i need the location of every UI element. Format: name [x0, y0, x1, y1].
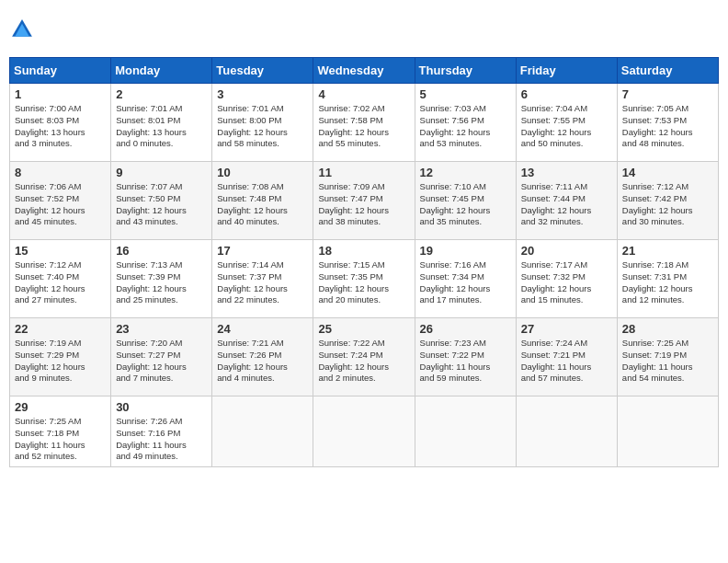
calendar-day-cell: 3Sunrise: 7:01 AMSunset: 8:00 PMDaylight…	[212, 84, 313, 162]
day-detail: Sunrise: 7:01 AMSunset: 8:00 PMDaylight:…	[217, 103, 308, 150]
day-number: 20	[521, 244, 612, 258]
calendar-day-cell: 25Sunrise: 7:22 AMSunset: 7:24 PMDayligh…	[313, 318, 415, 396]
calendar-day-cell: 17Sunrise: 7:14 AMSunset: 7:37 PMDayligh…	[212, 240, 313, 318]
calendar-day-cell	[516, 396, 617, 467]
day-number: 30	[116, 400, 207, 414]
calendar-day-cell: 12Sunrise: 7:10 AMSunset: 7:45 PMDayligh…	[415, 162, 516, 240]
day-number: 29	[15, 400, 106, 414]
calendar-day-cell: 21Sunrise: 7:18 AMSunset: 7:31 PMDayligh…	[617, 240, 718, 318]
day-number: 1	[15, 87, 106, 101]
day-detail: Sunrise: 7:04 AMSunset: 7:55 PMDaylight:…	[521, 103, 612, 150]
calendar-page: SundayMondayTuesdayWednesdayThursdayFrid…	[9, 9, 719, 467]
day-number: 6	[521, 87, 612, 101]
calendar-day-cell: 6Sunrise: 7:04 AMSunset: 7:55 PMDaylight…	[516, 84, 617, 162]
day-number: 8	[15, 166, 106, 179]
day-number: 25	[318, 322, 409, 336]
calendar-day-cell: 20Sunrise: 7:17 AMSunset: 7:32 PMDayligh…	[516, 240, 617, 318]
calendar-day-cell: 11Sunrise: 7:09 AMSunset: 7:47 PMDayligh…	[313, 162, 415, 240]
day-number: 3	[217, 87, 308, 101]
day-number: 5	[420, 87, 511, 101]
calendar-week-row: 1Sunrise: 7:00 AMSunset: 8:03 PMDaylight…	[10, 84, 719, 162]
day-number: 9	[116, 166, 207, 179]
day-detail: Sunrise: 7:08 AMSunset: 7:48 PMDaylight:…	[217, 181, 308, 228]
calendar-day-cell	[617, 396, 718, 467]
day-detail: Sunrise: 7:03 AMSunset: 7:56 PMDaylight:…	[420, 103, 511, 150]
calendar-day-cell	[313, 396, 415, 467]
day-detail: Sunrise: 7:17 AMSunset: 7:32 PMDaylight:…	[521, 259, 612, 306]
calendar-day-cell: 29Sunrise: 7:25 AMSunset: 7:18 PMDayligh…	[10, 396, 111, 467]
day-number: 15	[15, 244, 106, 258]
calendar-day-cell: 16Sunrise: 7:13 AMSunset: 7:39 PMDayligh…	[111, 240, 212, 318]
day-number: 23	[116, 322, 207, 336]
day-detail: Sunrise: 7:05 AMSunset: 7:53 PMDaylight:…	[622, 103, 713, 150]
day-detail: Sunrise: 7:13 AMSunset: 7:39 PMDaylight:…	[116, 259, 207, 306]
day-number: 28	[622, 322, 713, 336]
day-detail: Sunrise: 7:18 AMSunset: 7:31 PMDaylight:…	[622, 259, 713, 306]
weekday-header: Friday	[516, 58, 617, 84]
calendar-day-cell: 23Sunrise: 7:20 AMSunset: 7:27 PMDayligh…	[111, 318, 212, 396]
day-detail: Sunrise: 7:14 AMSunset: 7:37 PMDaylight:…	[217, 259, 308, 306]
day-number: 26	[420, 322, 511, 336]
calendar-day-cell: 10Sunrise: 7:08 AMSunset: 7:48 PMDayligh…	[212, 162, 313, 240]
day-detail: Sunrise: 7:25 AMSunset: 7:18 PMDaylight:…	[15, 416, 106, 463]
day-detail: Sunrise: 7:10 AMSunset: 7:45 PMDaylight:…	[420, 181, 511, 228]
day-number: 18	[318, 244, 409, 258]
day-detail: Sunrise: 7:11 AMSunset: 7:44 PMDaylight:…	[521, 181, 612, 228]
calendar-day-cell: 13Sunrise: 7:11 AMSunset: 7:44 PMDayligh…	[516, 162, 617, 240]
weekday-header-row: SundayMondayTuesdayWednesdayThursdayFrid…	[10, 58, 719, 84]
day-detail: Sunrise: 7:23 AMSunset: 7:22 PMDaylight:…	[420, 338, 511, 385]
day-number: 17	[217, 244, 308, 258]
day-number: 16	[116, 244, 207, 258]
calendar-day-cell	[212, 396, 313, 467]
weekday-header: Monday	[111, 58, 212, 84]
day-detail: Sunrise: 7:12 AMSunset: 7:40 PMDaylight:…	[15, 259, 106, 306]
calendar-table: SundayMondayTuesdayWednesdayThursdayFrid…	[9, 57, 719, 467]
logo-icon	[9, 17, 35, 42]
calendar-day-cell	[415, 396, 516, 467]
logo	[9, 17, 39, 42]
calendar-day-cell: 14Sunrise: 7:12 AMSunset: 7:42 PMDayligh…	[617, 162, 718, 240]
day-detail: Sunrise: 7:25 AMSunset: 7:19 PMDaylight:…	[622, 338, 713, 385]
day-detail: Sunrise: 7:22 AMSunset: 7:24 PMDaylight:…	[318, 338, 409, 385]
calendar-day-cell: 24Sunrise: 7:21 AMSunset: 7:26 PMDayligh…	[212, 318, 313, 396]
calendar-day-cell: 7Sunrise: 7:05 AMSunset: 7:53 PMDaylight…	[617, 84, 718, 162]
calendar-day-cell: 5Sunrise: 7:03 AMSunset: 7:56 PMDaylight…	[415, 84, 516, 162]
calendar-day-cell: 8Sunrise: 7:06 AMSunset: 7:52 PMDaylight…	[10, 162, 111, 240]
weekday-header: Sunday	[10, 58, 111, 84]
day-number: 24	[217, 322, 308, 336]
calendar-day-cell: 1Sunrise: 7:00 AMSunset: 8:03 PMDaylight…	[10, 84, 111, 162]
calendar-day-cell: 30Sunrise: 7:26 AMSunset: 7:16 PMDayligh…	[111, 396, 212, 467]
day-number: 12	[420, 166, 511, 179]
day-detail: Sunrise: 7:24 AMSunset: 7:21 PMDaylight:…	[521, 338, 612, 385]
day-detail: Sunrise: 7:21 AMSunset: 7:26 PMDaylight:…	[217, 338, 308, 385]
day-detail: Sunrise: 7:19 AMSunset: 7:29 PMDaylight:…	[15, 338, 106, 385]
page-header	[9, 9, 719, 50]
calendar-day-cell: 22Sunrise: 7:19 AMSunset: 7:29 PMDayligh…	[10, 318, 111, 396]
day-number: 2	[116, 87, 207, 101]
day-detail: Sunrise: 7:26 AMSunset: 7:16 PMDaylight:…	[116, 416, 207, 463]
calendar-day-cell: 28Sunrise: 7:25 AMSunset: 7:19 PMDayligh…	[617, 318, 718, 396]
day-detail: Sunrise: 7:06 AMSunset: 7:52 PMDaylight:…	[15, 181, 106, 228]
calendar-day-cell: 26Sunrise: 7:23 AMSunset: 7:22 PMDayligh…	[415, 318, 516, 396]
weekday-header: Saturday	[617, 58, 718, 84]
calendar-day-cell: 2Sunrise: 7:01 AMSunset: 8:01 PMDaylight…	[111, 84, 212, 162]
day-number: 7	[622, 87, 713, 101]
calendar-day-cell: 27Sunrise: 7:24 AMSunset: 7:21 PMDayligh…	[516, 318, 617, 396]
day-detail: Sunrise: 7:09 AMSunset: 7:47 PMDaylight:…	[318, 181, 409, 228]
day-number: 10	[217, 166, 308, 179]
calendar-week-row: 29Sunrise: 7:25 AMSunset: 7:18 PMDayligh…	[10, 396, 719, 467]
day-detail: Sunrise: 7:16 AMSunset: 7:34 PMDaylight:…	[420, 259, 511, 306]
day-number: 13	[521, 166, 612, 179]
calendar-day-cell: 19Sunrise: 7:16 AMSunset: 7:34 PMDayligh…	[415, 240, 516, 318]
calendar-day-cell: 4Sunrise: 7:02 AMSunset: 7:58 PMDaylight…	[313, 84, 415, 162]
day-detail: Sunrise: 7:00 AMSunset: 8:03 PMDaylight:…	[15, 103, 106, 150]
calendar-day-cell: 9Sunrise: 7:07 AMSunset: 7:50 PMDaylight…	[111, 162, 212, 240]
calendar-week-row: 8Sunrise: 7:06 AMSunset: 7:52 PMDaylight…	[10, 162, 719, 240]
day-detail: Sunrise: 7:20 AMSunset: 7:27 PMDaylight:…	[116, 338, 207, 385]
day-number: 14	[622, 166, 713, 179]
day-detail: Sunrise: 7:01 AMSunset: 8:01 PMDaylight:…	[116, 103, 207, 150]
weekday-header: Wednesday	[313, 58, 415, 84]
calendar-day-cell: 15Sunrise: 7:12 AMSunset: 7:40 PMDayligh…	[10, 240, 111, 318]
day-number: 4	[318, 87, 409, 101]
calendar-week-row: 22Sunrise: 7:19 AMSunset: 7:29 PMDayligh…	[10, 318, 719, 396]
